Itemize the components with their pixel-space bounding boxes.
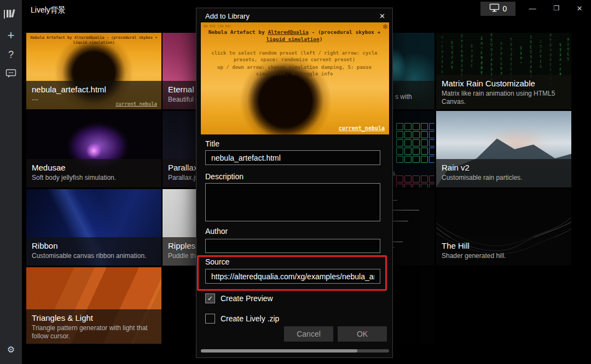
help-icon[interactable]: ? bbox=[0, 49, 22, 61]
feedback-icon[interactable] bbox=[0, 69, 22, 80]
dialog-title: Add to Library bbox=[205, 12, 250, 20]
tile-label-overlay: Triangles & Light Triangle pattern gener… bbox=[26, 309, 161, 344]
fps-counter: 60 FPS (59.60) bbox=[204, 24, 231, 28]
cancel-button[interactable]: Cancel bbox=[284, 326, 333, 342]
source-input[interactable] bbox=[205, 269, 380, 284]
create-zip-checkbox[interactable] bbox=[205, 314, 215, 324]
title-field-label: Title bbox=[205, 139, 219, 148]
app-title: Lively背景 bbox=[31, 5, 66, 15]
minimize-icon[interactable]: — bbox=[523, 1, 542, 15]
monitor-count: 0 bbox=[503, 4, 507, 13]
tile-desc: Customisable rain particles. bbox=[442, 174, 566, 182]
maximize-icon[interactable]: ❐ bbox=[547, 1, 566, 15]
tile-the-hill[interactable]: The Hill Shader generated hill. bbox=[436, 189, 571, 266]
create-preview-label: Create Preview bbox=[221, 294, 273, 303]
description-textarea[interactable] bbox=[205, 183, 380, 221]
tile-title: Matrix Rain Customizable bbox=[442, 78, 566, 89]
thumb-overlay-text: Nebula Artefact by AlteredQualia - (proc… bbox=[28, 36, 159, 45]
create-zip-row[interactable]: Create Lively .zip bbox=[205, 314, 279, 324]
tile-desc: Matrix like rain animation using HTML5 C… bbox=[442, 90, 566, 106]
preview-help-line1: click to select random preset (left / ri… bbox=[204, 50, 385, 63]
tile-desc: Customisable canvas ribbon animation. bbox=[32, 252, 156, 260]
tile-label-overlay: nebula_artefact.html --- current_nebula bbox=[26, 81, 161, 109]
tile-medusae[interactable]: Medusae Soft body jellyfish simulation. bbox=[26, 111, 161, 187]
description-field-label: Description bbox=[205, 172, 244, 181]
add-wallpaper-icon[interactable]: + bbox=[0, 28, 22, 43]
settings-gear-icon[interactable]: ⚙ bbox=[0, 344, 22, 355]
tile-title: Triangles & Light bbox=[32, 313, 156, 323]
create-preview-checkbox[interactable]: ✓ bbox=[205, 293, 215, 303]
tile-label-overlay: Rain v2 Customisable rain particles. bbox=[436, 159, 571, 187]
tile-matrix-rain[interactable]: ﾊ ｰ ﾅ ｻ ｵ ﾎ ｹ ｶ ﾕ ﾓ ﾜ ﾘ ﾃ ﾒ ｷ ｱ ﾏ ｴ ﾑ ｾ … bbox=[436, 33, 571, 109]
display-select-button[interactable]: 0 bbox=[480, 2, 515, 16]
create-preview-row[interactable]: ✓ Create Preview bbox=[205, 293, 273, 303]
tile-label-overlay: Medusae Soft body jellyfish simulation. bbox=[26, 159, 161, 187]
tile-desc: s with bbox=[395, 93, 429, 101]
preview-corner-label: current_nebula bbox=[339, 125, 385, 131]
tile-title: Medusae bbox=[32, 162, 156, 173]
tile-title: Ribbon bbox=[32, 240, 156, 251]
dialog-horizontal-scrollbar[interactable] bbox=[201, 349, 389, 353]
title-input[interactable] bbox=[205, 150, 380, 165]
close-window-icon[interactable]: ✕ bbox=[570, 1, 589, 15]
tile-title: nebula_artefact.html bbox=[32, 84, 156, 95]
heading-post: ) bbox=[320, 36, 323, 42]
wallpaper-preview: 60 FPS (59.60) Nebula Artefact by Altere… bbox=[201, 22, 389, 134]
add-to-library-dialog: Add to Library ✕ 60 FPS (59.60) Nebula A… bbox=[196, 8, 393, 358]
tile-label-overlay: Matrix Rain Customizable Matrix like rai… bbox=[436, 75, 571, 109]
tile-title: The Hill bbox=[442, 240, 566, 251]
heading-link-liquid: liquid simulation bbox=[266, 36, 320, 42]
tile-rain-v2[interactable]: Rain v2 Customisable rain particles. bbox=[436, 111, 571, 187]
tile-label-overlay: Ribbon Customisable canvas ribbon animat… bbox=[26, 237, 161, 266]
tile-title: Rain v2 bbox=[442, 162, 566, 173]
tile-nebula-artefact[interactable]: Nebula Artefact by AlteredQualia - (proc… bbox=[26, 33, 161, 109]
monitor-icon bbox=[489, 3, 500, 14]
library-icon[interactable] bbox=[0, 9, 22, 21]
heading-mid: - (procedural skybox + bbox=[309, 29, 381, 35]
source-field-label: Source bbox=[205, 257, 229, 266]
tile-desc: Soft body jellyfish simulation. bbox=[32, 174, 156, 182]
heading-pre: Nebula Artefact by bbox=[208, 29, 268, 35]
sidebar: + ? ⚙ bbox=[0, 0, 22, 364]
heading-link-alteredqualia: AlteredQualia bbox=[268, 29, 308, 35]
tile-ribbon[interactable]: Ribbon Customisable canvas ribbon animat… bbox=[26, 189, 161, 266]
snowflake-icon: ✻ bbox=[383, 23, 388, 31]
tile-label-overlay: The Hill Shader generated hill. bbox=[436, 237, 571, 266]
tile-corner-label: current_nebula bbox=[115, 101, 157, 107]
preview-help-line2: up / down arrow: change simulation dampi… bbox=[204, 64, 385, 77]
check-icon: ✓ bbox=[207, 295, 213, 302]
preview-heading: Nebula Artefact by AlteredQualia - (proc… bbox=[205, 28, 384, 43]
scrollbar-thumb[interactable] bbox=[201, 349, 357, 353]
tile-triangles-light[interactable]: Triangles & Light Triangle pattern gener… bbox=[26, 267, 161, 344]
author-input[interactable] bbox=[205, 239, 380, 253]
tile-desc: Shader generated hill. bbox=[442, 252, 566, 260]
dialog-close-icon[interactable]: ✕ bbox=[377, 11, 387, 21]
ok-button[interactable]: OK bbox=[338, 326, 387, 342]
tile-desc: Triangle pattern generator with light th… bbox=[32, 324, 156, 340]
author-field-label: Author bbox=[205, 227, 228, 236]
create-zip-label: Create Lively .zip bbox=[221, 314, 279, 323]
